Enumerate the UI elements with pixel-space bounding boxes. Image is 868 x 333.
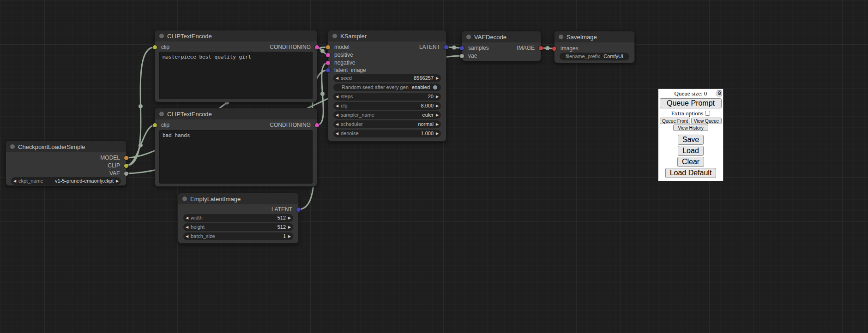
latent-image-input-slot[interactable]: latent_image — [328, 67, 366, 73]
settings-gear-icon[interactable]: ⚙ — [717, 90, 722, 96]
extra-options-checkbox[interactable] — [705, 111, 710, 116]
queue-prompt-button[interactable]: Queue Prompt — [660, 98, 722, 108]
node-cliptextencode-negative[interactable]: CLIPTextEncode clip CONDITIONING bad han… — [155, 108, 317, 187]
node-title-bar[interactable]: CheckpointLoaderSimple — [6, 141, 126, 152]
toggle-on-dot-icon[interactable] — [433, 85, 437, 89]
negative-prompt-textarea[interactable]: bad hands — [159, 130, 313, 184]
conditioning-output-slot[interactable]: CONDITIONING — [270, 122, 317, 128]
positive-prompt-textarea[interactable]: masterpiece best quality girl — [159, 52, 313, 99]
link-midpoint-dot[interactable] — [546, 46, 550, 50]
decrement-arrow-icon[interactable]: ◀ — [333, 93, 341, 101]
samples-input-dot[interactable] — [460, 46, 464, 50]
scheduler-widget[interactable]: ◀ scheduler normal ▶ — [333, 120, 441, 128]
decrement-arrow-icon[interactable]: ◀ — [11, 177, 18, 185]
node-checkpointloadersimple[interactable]: CheckpointLoaderSimple MODEL CLIP VAE ◀ … — [6, 141, 127, 186]
latent-output-slot[interactable]: LATENT — [271, 206, 298, 213]
link-midpoint-dot[interactable] — [320, 49, 325, 53]
queue-front-button[interactable]: Queue Front — [660, 118, 690, 124]
node-title-bar[interactable]: SaveImage — [555, 31, 634, 42]
increment-arrow-icon[interactable]: ▶ — [286, 223, 293, 231]
link-wire[interactable] — [127, 125, 155, 166]
latent-output-dot[interactable] — [444, 45, 448, 49]
model-input-dot[interactable] — [326, 45, 330, 49]
increment-arrow-icon[interactable]: ▶ — [434, 130, 441, 137]
node-emptylatentimage[interactable]: EmptyLatentImage LATENT ◀ width 512 ▶ ◀ … — [178, 193, 299, 244]
ckpt-name-widget[interactable]: ◀ ckpt_name v1-5-pruned-emaonly.ckpt ▶ — [11, 177, 121, 185]
increment-arrow-icon[interactable]: ▶ — [434, 74, 441, 82]
increment-arrow-icon[interactable]: ▶ — [434, 102, 441, 110]
link-midpoint-dot[interactable] — [320, 92, 325, 96]
clip-output-slot[interactable]: CLIP — [108, 162, 126, 169]
decrement-arrow-icon[interactable]: ◀ — [333, 111, 341, 119]
image-output-slot[interactable]: IMAGE — [517, 45, 541, 51]
clip-input-slot[interactable]: clip — [155, 44, 169, 50]
samples-input-slot[interactable]: samples — [462, 45, 489, 51]
clear-button[interactable]: Clear — [677, 157, 704, 167]
width-widget[interactable]: ◀ width 512 ▶ — [183, 214, 293, 222]
decrement-arrow-icon[interactable]: ◀ — [183, 232, 191, 240]
link-wire[interactable] — [127, 47, 155, 166]
vae-output-slot[interactable]: VAE — [109, 170, 126, 177]
images-input-slot[interactable]: images — [555, 45, 579, 52]
latent-output-slot[interactable]: LATENT — [419, 44, 446, 50]
increment-arrow-icon[interactable]: ▶ — [434, 111, 441, 119]
vae-input-dot[interactable] — [460, 54, 464, 58]
link-midpoint-dot[interactable] — [139, 143, 143, 148]
model-output-dot[interactable] — [124, 156, 128, 160]
conditioning-output-dot[interactable] — [315, 123, 319, 127]
decrement-arrow-icon[interactable]: ◀ — [333, 74, 341, 82]
height-widget[interactable]: ◀ height 512 ▶ — [183, 223, 293, 231]
increment-arrow-icon[interactable]: ▶ — [114, 177, 121, 185]
decrement-arrow-icon[interactable]: ◀ — [333, 120, 341, 128]
steps-widget[interactable]: ◀ steps 20 ▶ — [333, 93, 441, 101]
view-history-button[interactable]: View History — [673, 125, 708, 131]
seed-widget[interactable]: ◀ seed 8566257 ▶ — [333, 74, 441, 82]
latent-image-input-dot[interactable] — [326, 68, 330, 72]
random-seed-toggle[interactable]: Random seed after every gen enabled — [333, 83, 441, 91]
positive-input-dot[interactable] — [326, 53, 330, 57]
images-input-dot[interactable] — [552, 47, 556, 51]
increment-arrow-icon[interactable]: ▶ — [434, 120, 441, 128]
increment-arrow-icon[interactable]: ▶ — [434, 93, 441, 101]
node-title-bar[interactable]: CLIPTextEncode — [155, 108, 317, 119]
clip-input-dot[interactable] — [153, 45, 157, 49]
vae-output-dot[interactable] — [124, 172, 128, 176]
node-title-bar[interactable]: EmptyLatentImage — [178, 193, 298, 204]
node-title-bar[interactable]: CLIPTextEncode — [155, 30, 317, 42]
link-wire[interactable] — [317, 63, 328, 125]
view-queue-button[interactable]: View Queue — [691, 118, 722, 124]
increment-arrow-icon[interactable]: ▶ — [286, 232, 293, 240]
positive-input-slot[interactable]: positive — [328, 52, 353, 58]
vae-input-slot[interactable]: vae — [462, 53, 477, 59]
node-ksampler[interactable]: KSampler model positive negative latent_… — [328, 30, 446, 142]
conditioning-output-dot[interactable] — [315, 45, 319, 49]
latent-output-dot[interactable] — [296, 208, 301, 212]
node-graph-canvas[interactable]: CheckpointLoaderSimple MODEL CLIP VAE ◀ … — [0, 0, 868, 333]
negative-input-dot[interactable] — [326, 61, 330, 65]
cfg-widget[interactable]: ◀ cfg 8.000 ▶ — [333, 102, 441, 110]
decrement-arrow-icon[interactable]: ◀ — [333, 102, 341, 110]
save-button[interactable]: Save — [678, 135, 704, 145]
node-saveimage[interactable]: SaveImage images filename_prefix ComfyUI — [554, 31, 635, 63]
batch-size-widget[interactable]: ◀ batch_size 1 ▶ — [183, 232, 293, 240]
clip-output-dot[interactable] — [124, 164, 128, 168]
decrement-arrow-icon[interactable]: ◀ — [183, 223, 191, 231]
conditioning-output-slot[interactable]: CONDITIONING — [270, 44, 317, 50]
node-title-bar[interactable]: VAEDecode — [462, 31, 541, 42]
denoise-widget[interactable]: ◀ denoise 1.000 ▶ — [333, 130, 441, 137]
node-title-bar[interactable]: KSampler — [328, 30, 446, 42]
load-default-button[interactable]: Load Default — [665, 168, 717, 178]
sampler-name-widget[interactable]: ◀ sampler_name euler ▶ — [333, 111, 441, 119]
image-output-dot[interactable] — [539, 46, 543, 50]
load-button[interactable]: Load — [678, 146, 704, 156]
clip-input-dot[interactable] — [153, 123, 157, 127]
increment-arrow-icon[interactable]: ▶ — [286, 214, 293, 222]
model-input-slot[interactable]: model — [328, 44, 350, 50]
clip-input-slot[interactable]: clip — [155, 122, 169, 128]
node-vaedecode[interactable]: VAEDecode samples vae IMAGE — [462, 31, 541, 61]
decrement-arrow-icon[interactable]: ◀ — [183, 214, 191, 222]
model-output-slot[interactable]: MODEL — [100, 155, 126, 161]
link-midpoint-dot[interactable] — [139, 104, 143, 108]
decrement-arrow-icon[interactable]: ◀ — [333, 130, 341, 137]
filename-prefix-widget[interactable]: filename_prefix ComfyUI — [560, 53, 629, 60]
